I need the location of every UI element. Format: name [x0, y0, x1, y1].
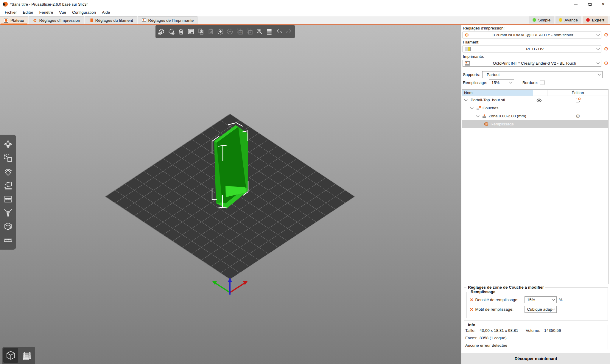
preview-layers-view-button[interactable] [19, 348, 34, 363]
menu-editer[interactable]: Editer [20, 9, 36, 16]
model-portail-top-bout[interactable] [214, 125, 248, 209]
print-settings-combo[interactable]: ⚙ 0.20mm NORMAL @CREALITY - nom fichier [463, 32, 601, 38]
tab-reglages-impression[interactable]: ⚙ Réglages d'Impression [29, 16, 84, 24]
split-to-objects-icon: O [235, 26, 245, 38]
tab-bar: Plateau ⚙ Réglages d'Impression Réglages… [0, 16, 610, 24]
scale-icon[interactable] [2, 152, 14, 164]
edit-printer-button[interactable]: ⚙ [603, 60, 609, 66]
gizmo-toolbar [0, 135, 16, 250]
mode-expert-button[interactable]: Expert [583, 16, 608, 24]
eye-icon[interactable] [536, 97, 542, 103]
viewport-3d[interactable]: O P [0, 25, 461, 364]
variable-layer-height-icon[interactable] [264, 26, 274, 38]
errors-text: Aucune erreur détectée [465, 343, 507, 348]
menu-fenetre[interactable]: Fenêtre [36, 9, 56, 16]
svg-text:P: P [250, 31, 251, 34]
chevron-down-icon [509, 80, 512, 83]
remplissage-row[interactable]: Remplissage [462, 120, 608, 128]
sliced-layers-icon [21, 349, 33, 361]
tab-reglages-filament[interactable]: Réglages du filament [85, 16, 137, 24]
expander-icon[interactable] [476, 114, 479, 117]
editor-3d-view-button[interactable] [3, 348, 18, 363]
edit-print-settings-button[interactable]: ⚙ [603, 32, 609, 38]
density-combo[interactable]: 15% [525, 296, 557, 303]
sidebar: Réglages d'impression: ⚙ 0.20mm NORMAL @… [461, 25, 610, 364]
object-list: Nom Édition Portail-Top_bout.stl [462, 89, 609, 284]
axes-indicator [212, 277, 248, 294]
remove-setting-icon[interactable]: ✕ [470, 297, 474, 303]
edit-object-icon[interactable] [575, 97, 581, 103]
object-row-stl[interactable]: Portail-Top_bout.stl [462, 96, 608, 104]
rotate-icon[interactable] [2, 166, 14, 178]
close-button[interactable]: ✕ [596, 0, 610, 8]
printer-label: Imprimante: [463, 54, 484, 59]
restore-button[interactable] [583, 0, 596, 8]
object-list-header: Nom Édition [462, 90, 608, 96]
errors-line: Aucune erreur détectée [465, 343, 507, 348]
cube-3d-icon [5, 349, 17, 361]
split-to-parts-icon: P [245, 26, 255, 38]
slice-bar: Découper maintenant [461, 353, 610, 364]
pattern-row: ✕ Motif de remplissage: Cubique adaptat [470, 306, 557, 313]
filament-color-swatch [465, 47, 471, 51]
infill-combo[interactable]: 15% [489, 79, 514, 86]
printer-combo[interactable]: OctoPrint INT * Creality Ender-3 V2 - BL… [463, 60, 601, 67]
move-icon[interactable] [2, 138, 14, 150]
cut-icon[interactable] [2, 193, 14, 205]
arrange-icon[interactable] [186, 26, 196, 38]
slice-now-button[interactable]: Découper maintenant [514, 356, 557, 361]
delete-all-icon[interactable] [176, 26, 186, 38]
redo-icon [284, 26, 294, 38]
remove-instance-icon [225, 26, 235, 38]
paint-supports-icon[interactable] [2, 207, 14, 219]
brim-checkbox[interactable] [540, 80, 544, 85]
undo-icon[interactable] [274, 26, 284, 38]
infill-subgroup: Remplissage ✕ Densité de remplissage: 15… [466, 292, 605, 318]
delete-object-icon[interactable] [166, 26, 176, 38]
paste-icon [206, 26, 215, 38]
gear-icon[interactable]: ⚙ [575, 113, 581, 119]
place-on-face-icon[interactable] [2, 179, 14, 191]
search-icon[interactable] [255, 26, 264, 38]
copy-icon[interactable] [196, 26, 206, 38]
pattern-combo[interactable]: Cubique adaptat [525, 306, 557, 313]
menu-bar: Fichier Editer Fenêtre Vue Configuration… [0, 8, 610, 16]
couches-row[interactable]: Couches [462, 104, 608, 112]
restore-icon [588, 3, 591, 6]
add-object-icon[interactable] [157, 26, 166, 38]
title-bar: *Sans titre - PrusaSlicer-2.6.0 basé sur… [0, 0, 610, 8]
menu-aide[interactable]: Aide [99, 9, 113, 16]
chevron-down-icon [596, 46, 600, 50]
edit-filament-button[interactable]: ⚙ [603, 46, 609, 52]
menu-fichier[interactable]: Fichier [2, 9, 20, 16]
chevron-down-icon [552, 297, 555, 301]
menu-configuration[interactable]: Configuration [69, 9, 99, 16]
minimize-button[interactable] [569, 0, 583, 8]
expander-icon[interactable] [464, 98, 467, 101]
tab-plateau[interactable]: Plateau [0, 16, 28, 24]
layer-range-icon [481, 113, 487, 119]
zone-row[interactable]: Zone 0.00-2.00 (mm) ⚙ [462, 112, 608, 120]
filament-label: Filament: [463, 40, 480, 44]
plater-icon [4, 18, 8, 23]
add-instance-icon[interactable] [215, 26, 225, 38]
filament-combo[interactable]: PETG UV [463, 46, 601, 52]
seam-icon[interactable] [2, 220, 14, 232]
menu-vue[interactable]: Vue [56, 9, 69, 16]
faces-line: Faces: 8358 (1 coque) [465, 336, 507, 340]
mode-avance-button[interactable]: Avancé [555, 16, 581, 24]
measure-icon[interactable] [2, 234, 14, 246]
faces-label: Faces: [465, 336, 480, 340]
object-toolbar: O P [155, 25, 295, 38]
window-title: *Sans titre - PrusaSlicer-2.6.0 basé sur… [10, 2, 88, 7]
name-column-header[interactable]: Nom [462, 90, 533, 96]
chevron-down-icon [596, 61, 600, 64]
tab-reglages-imprimante[interactable]: Réglages de l'Imprimante [138, 16, 198, 24]
mode-simple-button[interactable]: Simple [529, 16, 554, 24]
supports-combo[interactable]: Partout [482, 71, 603, 78]
expander-icon[interactable] [470, 106, 473, 109]
supports-label: Supports: [463, 72, 480, 77]
prusaslicer-window: *Sans titre - PrusaSlicer-2.6.0 basé sur… [0, 0, 610, 364]
remove-setting-icon[interactable]: ✕ [470, 307, 474, 312]
window-controls: ✕ [569, 0, 610, 8]
